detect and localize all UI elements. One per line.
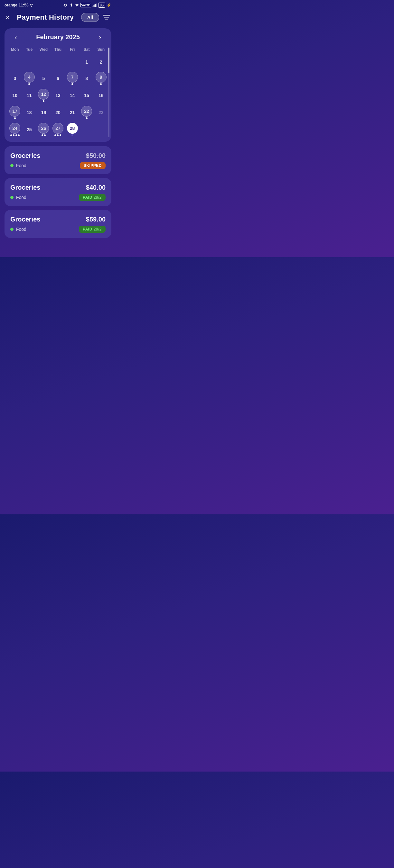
day-name-fri: Fri [65,46,80,53]
volte-label: VoLTE [81,3,91,7]
filter-icon[interactable] [103,14,110,21]
close-button[interactable]: × [6,14,10,21]
cal-day-8: 8 [81,73,92,84]
category-dot-1 [10,164,13,167]
next-month-button[interactable]: › [99,33,102,41]
payment-card-2[interactable]: Groceries $40.00 Food PAID 28/2 [4,178,111,206]
svg-rect-2 [94,4,95,7]
card-amount-1: $50.00 [86,152,106,159]
card-title-1: Groceries [10,152,40,159]
cal-day-11: 11 [24,90,35,101]
cal-cell-19[interactable]: 19 [36,104,51,120]
cal-cell-22[interactable]: 22 [80,104,94,120]
cal-cell-15[interactable]: 15 [80,88,94,103]
svg-rect-3 [95,4,96,7]
cal-cell-6[interactable]: 6 [51,70,65,86]
wifi-icon [75,3,79,7]
cal-day-25: 25 [24,124,35,135]
cal-day-22: 22 [81,106,92,117]
cal-cell-17[interactable]: 17 [8,104,22,120]
all-filter-button[interactable]: All [81,13,99,22]
svg-rect-6 [104,17,109,18]
card-category-1: Food [10,163,26,168]
cal-cell-empty6 [80,122,94,137]
cal-cell-21[interactable]: 21 [65,104,80,120]
prev-month-button[interactable]: ‹ [15,33,17,41]
calendar-days-header: Mon Tue Wed Thu Fri Sat Sun [8,46,108,53]
cal-day-16: 16 [95,90,107,101]
cal-cell-16[interactable]: 16 [94,88,108,103]
cal-day-15: 15 [81,90,92,101]
cal-cell-10[interactable]: 10 [8,88,22,103]
header-actions: All [81,13,110,22]
cal-day-7: 7 [67,72,78,83]
card-amount-2: $40.00 [86,184,106,191]
calendar-grid: 1 2 3 4 5 6 7 8 9 10 [8,55,108,137]
cal-cell-27[interactable]: 27 [51,122,65,137]
cal-cell-26[interactable]: 26 [36,122,51,137]
cal-cell-3[interactable]: 3 [8,70,22,86]
cal-cell-1[interactable]: 1 [80,55,94,69]
calendar-month-label: February 2025 [36,33,80,41]
cal-day-23: 23 [95,107,107,118]
cal-cell-24[interactable]: 24 [8,122,22,137]
category-dot-2 [10,196,13,199]
day-name-mon: Mon [8,46,22,53]
carrier-label: orange [4,3,18,7]
status-right: VoLTE 85 ⚡ [63,3,111,8]
cal-cell-9[interactable]: 9 [94,70,108,86]
payment-card-3[interactable]: Groceries $59.00 Food PAID 28/2 [4,210,111,238]
cal-cell-empty4 [51,55,65,69]
cal-day-28: 28 [67,123,78,134]
battery-level: 85 [100,3,104,7]
cal-day-12: 12 [38,89,49,100]
battery-icon: 85 [98,3,105,8]
status-left: orange 11:53 ▽ [4,3,32,7]
cal-cell-14[interactable]: 14 [65,88,80,103]
cal-day-18: 18 [24,107,35,118]
scrollbar[interactable] [108,48,109,137]
cal-cell-7[interactable]: 7 [65,70,80,86]
card-row-top-3: Groceries $59.00 [10,216,106,223]
scrollbar-thumb [108,48,109,73]
cal-cell-12[interactable]: 12 [36,88,51,103]
category-label-1: Food [16,163,26,168]
card-title-2: Groceries [10,184,40,191]
cal-cell-13[interactable]: 13 [51,88,65,103]
cal-cell-8[interactable]: 8 [80,70,94,86]
cal-cell-25[interactable]: 25 [22,122,37,137]
card-bottom-3: Food PAID 28/2 [10,226,106,233]
paid-badge-3: PAID 28/2 [79,226,106,233]
category-dot-3 [10,227,13,231]
cal-cell-4[interactable]: 4 [22,70,37,86]
vpn-icon: ▽ [30,3,32,7]
category-label-2: Food [16,195,26,200]
signal-icon [92,3,97,7]
time-label: 11:53 [19,3,29,7]
payment-card-1[interactable]: Groceries $50.00 Food SKIPPED [4,146,111,174]
cal-cell-18[interactable]: 18 [22,104,37,120]
cal-day-2: 2 [95,57,107,67]
cal-day-1: 1 [81,57,92,67]
cal-day-26: 26 [38,123,49,134]
cal-cell-empty2 [22,55,37,69]
cal-day-10: 10 [9,90,20,101]
day-name-sat: Sat [80,46,94,53]
category-label-3: Food [16,227,26,232]
cal-cell-2[interactable]: 2 [94,55,108,69]
cal-cell-empty1 [8,55,22,69]
cal-cell-23[interactable]: 23 [94,104,108,120]
cal-cell-28[interactable]: 28 [65,122,80,137]
status-bar: orange 11:53 ▽ VoLTE 85 ⚡ [0,0,116,9]
day-name-thu: Thu [51,46,65,53]
cal-day-4: 4 [24,72,35,83]
cal-cell-5[interactable]: 5 [36,70,51,86]
card-category-2: Food [10,195,26,200]
card-row-top-2: Groceries $40.00 [10,184,106,191]
calendar-header: ‹ February 2025 › [8,33,108,41]
card-bottom-1: Food SKIPPED [10,162,106,169]
cal-cell-20[interactable]: 20 [51,104,65,120]
cal-cell-11[interactable]: 11 [22,88,37,103]
cal-cell-empty5 [65,55,80,69]
cal-day-9: 9 [95,72,107,83]
